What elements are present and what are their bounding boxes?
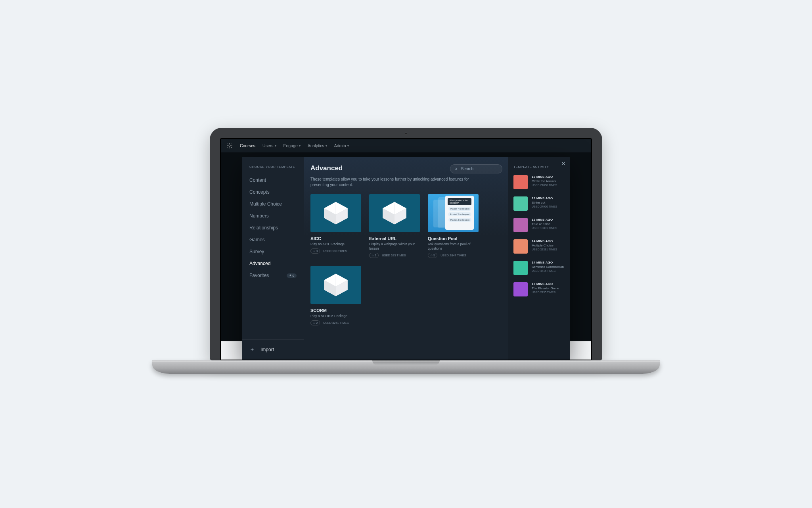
star-rating-badge[interactable]: 3	[310, 248, 320, 254]
activity-item[interactable]: 12 MINS AGOStrike-outUSED 27950 TIMES	[513, 196, 564, 211]
sidebar-item-advanced[interactable]: Advanced	[249, 258, 297, 269]
svg-line-2	[456, 169, 457, 170]
template-card-desc: Play a SCORM Package	[310, 314, 361, 318]
activity-usage: USED 4715 TIMES	[532, 269, 564, 272]
sidebar-item-multiple-choice[interactable]: Multiple Choice	[249, 198, 297, 210]
nav-analytics[interactable]: Analytics▾	[308, 143, 327, 148]
top-nav: Courses Users▾ Engage▾ Analytics▾ Admin▾	[221, 139, 591, 152]
chevron-down-icon: ▾	[326, 144, 327, 148]
usage-count: USED 130 TIMES	[323, 249, 347, 253]
close-icon[interactable]: ✕	[561, 160, 566, 167]
activity-title: Sentence Construction	[532, 265, 564, 269]
activity-usage: USED 27950 TIMES	[532, 205, 557, 208]
activity-thumbnail	[513, 239, 528, 254]
activity-time: 17 MINS AGO	[532, 282, 559, 286]
template-card-title: External URL	[369, 236, 420, 241]
sidebar-item-favorites[interactable]: Favorites0	[249, 269, 297, 281]
nav-courses[interactable]: Courses	[240, 143, 255, 148]
template-thumbnail[interactable]: Which product is the cheapest? Product Y…	[428, 194, 479, 232]
sidebar-item-games[interactable]: Games	[249, 234, 297, 246]
favorites-count-badge: 0	[287, 273, 297, 278]
star-rating-badge[interactable]: 2	[369, 253, 379, 258]
activity-thumbnail	[513, 282, 528, 296]
activity-thumbnail	[513, 175, 528, 189]
activity-usage: USED 21868 TIMES	[532, 184, 557, 187]
usage-count: USED 385 TIMES	[382, 254, 406, 257]
template-card-meta: 2USED 3251 TIMES	[310, 320, 361, 325]
activity-title: The Elevator Game	[532, 287, 559, 290]
activity-item[interactable]: 12 MINS AGOTrue or FalseUSED 19891 TIMES	[513, 218, 564, 232]
template-card-desc: Ask questions from a pool of questions	[428, 242, 479, 251]
activity-thumbnail	[513, 261, 528, 275]
category-description: These templates allow you to take your l…	[310, 177, 469, 188]
template-thumbnail[interactable]	[369, 194, 420, 232]
template-card-meta: 2USED 385 TIMES	[369, 253, 420, 258]
activity-time: 14 MINS AGO	[532, 261, 564, 264]
activity-item[interactable]: 14 MINS AGOSentence ConstructionUSED 471…	[513, 261, 564, 275]
nav-users[interactable]: Users▾	[262, 143, 276, 148]
sidebar-item-content[interactable]: Content	[249, 174, 297, 186]
template-thumbnail[interactable]	[310, 266, 361, 304]
activity-thumbnail	[513, 196, 528, 211]
template-picker-modal: ✕ CHOOSE YOUR TEMPLATE ContentConceptsMu…	[242, 157, 570, 360]
usage-count: USED 3251 TIMES	[323, 321, 349, 325]
activity-time: 12 MINS AGO	[532, 175, 557, 179]
sidebar-item-numbers[interactable]: Numbers	[249, 210, 297, 222]
activity-usage: USED 2130 TIMES	[532, 291, 559, 294]
laptop-mockup: Courses Users▾ Engage▾ Analytics▾ Admin▾…	[210, 128, 602, 380]
nav-engage[interactable]: Engage▾	[283, 143, 301, 148]
search-input-wrap[interactable]	[450, 164, 502, 173]
package-box-icon	[381, 201, 408, 225]
activity-title: True or False	[532, 222, 557, 226]
camera-dot	[405, 133, 407, 135]
plus-icon: ＋	[249, 346, 255, 353]
activity-thumbnail	[513, 218, 528, 232]
sidebar-item-concepts[interactable]: Concepts	[249, 186, 297, 198]
package-box-icon	[322, 201, 349, 225]
sidebar-heading: CHOOSE YOUR TEMPLATE	[249, 165, 297, 169]
nav-admin[interactable]: Admin▾	[334, 143, 349, 148]
activity-item[interactable]: 17 MINS AGOThe Elevator GameUSED 2130 TI…	[513, 282, 564, 296]
template-card-title: SCORM	[310, 308, 361, 313]
import-button[interactable]: ＋ Import	[242, 339, 304, 360]
app-screen: Courses Users▾ Engage▾ Analytics▾ Admin▾…	[221, 139, 591, 360]
star-rating-badge[interactable]: 5	[428, 253, 437, 258]
chevron-down-icon: ▾	[275, 144, 276, 148]
activity-usage: USED 32381 TIMES	[532, 248, 557, 251]
activity-heading: TEMPLATE ACTIVITY	[513, 165, 564, 169]
template-card-title: AICC	[310, 236, 361, 241]
sidebar-item-relationships[interactable]: Relationships	[249, 222, 297, 234]
template-card-grid: AICCPlay an AICC Package3USED 130 TIMESE…	[310, 194, 502, 325]
import-label: Import	[260, 347, 274, 352]
template-thumbnail[interactable]	[310, 194, 361, 232]
usage-count: USED 2847 TIMES	[440, 254, 466, 257]
activity-time: 14 MINS AGO	[532, 239, 557, 243]
search-icon	[454, 167, 458, 171]
template-categories-sidebar: CHOOSE YOUR TEMPLATE ContentConceptsMult…	[242, 157, 304, 360]
star-rating-badge[interactable]: 2	[310, 320, 320, 325]
activity-usage: USED 19891 TIMES	[532, 227, 557, 229]
activity-time: 12 MINS AGO	[532, 196, 557, 200]
sidebar-item-survey[interactable]: Survey	[249, 246, 297, 258]
activity-time: 12 MINS AGO	[532, 218, 557, 221]
template-card: SCORMPlay a SCORM Package2USED 3251 TIME…	[310, 266, 361, 325]
chevron-down-icon: ▾	[347, 144, 349, 148]
template-list-main: Advanced These templates allow you to ta…	[304, 157, 508, 360]
template-card-title: Question Pool	[428, 236, 479, 241]
template-activity-panel: TEMPLATE ACTIVITY 12 MINS AGOCircle the …	[508, 157, 570, 360]
template-card: External URLDisplay a webpage within you…	[369, 194, 420, 258]
template-card-meta: 5USED 2847 TIMES	[428, 253, 479, 258]
activity-title: Strike-out	[532, 201, 557, 204]
svg-point-0	[229, 145, 230, 146]
template-card-desc: Play an AICC Package	[310, 242, 361, 246]
template-card-desc: Display a webpage within your lesson	[369, 242, 420, 251]
laptop-base	[152, 360, 660, 374]
activity-item[interactable]: 14 MINS AGOMultiple ChoiceUSED 32381 TIM…	[513, 239, 564, 254]
activity-item[interactable]: 12 MINS AGOCircle the AnswerUSED 21868 T…	[513, 175, 564, 189]
search-input[interactable]	[461, 167, 498, 171]
svg-point-1	[455, 168, 456, 169]
template-card: Which product is the cheapest? Product Y…	[428, 194, 479, 258]
activity-title: Multiple Choice	[532, 244, 557, 247]
package-box-icon	[322, 273, 349, 297]
activity-title: Circle the Answer	[532, 179, 557, 183]
